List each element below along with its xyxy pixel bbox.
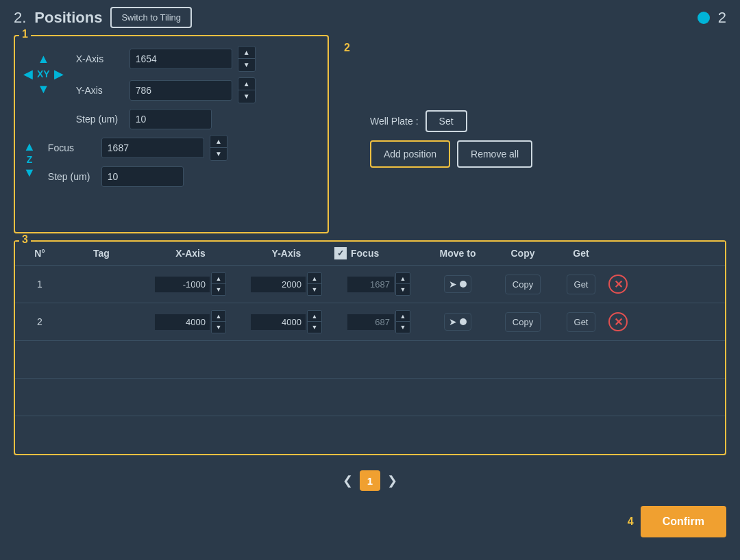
empty-row bbox=[15, 416, 725, 454]
row2-delete-button[interactable]: ✕ bbox=[608, 312, 628, 331]
indicator-count: 2 bbox=[718, 9, 726, 27]
row1-focus: ▲ ▼ bbox=[334, 272, 423, 296]
col-num: N° bbox=[19, 248, 60, 259]
move-arrow-icon: ➤ bbox=[449, 316, 457, 327]
col-copy: Copy bbox=[492, 248, 554, 259]
focus-up[interactable]: ▲ bbox=[210, 136, 227, 148]
prev-page-button[interactable]: ❮ bbox=[343, 473, 353, 488]
add-position-button[interactable]: Add position bbox=[370, 140, 450, 168]
x-axis-down[interactable]: ▼ bbox=[238, 59, 255, 71]
row2-x-spinner: ▲ ▼ bbox=[211, 310, 226, 333]
page-title: Positions bbox=[34, 9, 102, 27]
remove-all-button[interactable]: Remove all bbox=[457, 140, 532, 168]
row1-x-input[interactable] bbox=[155, 277, 210, 292]
row1-move-to: ➤ bbox=[423, 275, 492, 293]
focus-spinner: ▲ ▼ bbox=[210, 135, 227, 161]
move-arrow-icon: ➤ bbox=[449, 279, 457, 290]
header: 2. Positions Switch to Tiling 2 bbox=[0, 0, 740, 35]
row2-get: Get bbox=[554, 312, 608, 332]
row2-focus-up[interactable]: ▲ bbox=[396, 311, 410, 322]
row1-x-axis: ▲ ▼ bbox=[143, 272, 238, 296]
x-axis-label: X-Axis bbox=[76, 53, 124, 64]
section4-label: 4 bbox=[628, 516, 634, 528]
row2-delete: ✕ bbox=[608, 312, 643, 331]
col-get: Get bbox=[554, 248, 608, 259]
z-step-input[interactable] bbox=[101, 166, 184, 187]
row1-focus-spinner: ▲ ▼ bbox=[395, 272, 410, 296]
row2-x-input[interactable] bbox=[155, 314, 210, 330]
row2-copy-button[interactable]: Copy bbox=[505, 312, 541, 332]
status-dot bbox=[698, 12, 710, 24]
row1-copy: Copy bbox=[492, 275, 554, 294]
row1-y-down[interactable]: ▼ bbox=[308, 284, 321, 295]
confirm-button[interactable]: Confirm bbox=[641, 506, 726, 537]
row2-y-input[interactable] bbox=[251, 314, 306, 330]
table-row: 2 ▲ ▼ ▲ ▼ ▲ ▼ ➤ bbox=[15, 303, 725, 341]
table-header: N° Tag X-Axis Y-Axis ✓ Focus Move to Cop… bbox=[15, 242, 725, 266]
set-button[interactable]: Set bbox=[426, 110, 467, 132]
row1-get: Get bbox=[554, 275, 608, 294]
row1-get-button[interactable]: Get bbox=[567, 275, 596, 294]
focus-checkbox[interactable]: ✓ bbox=[334, 247, 347, 259]
row1-num: 1 bbox=[19, 279, 60, 290]
row1-x-down[interactable]: ▼ bbox=[212, 284, 225, 295]
row2-x-up[interactable]: ▲ bbox=[212, 311, 225, 322]
row1-focus-input[interactable] bbox=[347, 277, 394, 292]
y-axis-label: Y-Axis bbox=[76, 85, 124, 96]
row1-move-button[interactable]: ➤ bbox=[444, 275, 471, 293]
focus-down[interactable]: ▼ bbox=[210, 148, 227, 160]
switch-to-tiling-button[interactable]: Switch to Tiling bbox=[110, 7, 192, 28]
empty-row bbox=[15, 379, 725, 416]
row2-focus-spinner: ▲ ▼ bbox=[395, 310, 410, 333]
row2-y-down[interactable]: ▼ bbox=[308, 322, 321, 333]
row2-y-axis: ▲ ▼ bbox=[238, 310, 334, 333]
row2-x-down[interactable]: ▼ bbox=[212, 322, 225, 333]
row2-y-up[interactable]: ▲ bbox=[308, 311, 321, 322]
row2-num: 2 bbox=[19, 316, 60, 327]
x-axis-input[interactable] bbox=[130, 49, 232, 69]
z-step-label: Step (um) bbox=[48, 171, 96, 182]
row1-copy-button[interactable]: Copy bbox=[505, 275, 541, 294]
col-x-axis: X-Axis bbox=[143, 248, 238, 259]
x-axis-up[interactable]: ▲ bbox=[238, 47, 255, 59]
row1-y-up[interactable]: ▲ bbox=[308, 273, 321, 284]
focus-label: Focus bbox=[48, 142, 96, 153]
pagination: ❮ 1 ❯ bbox=[0, 462, 740, 499]
section-number: 2. bbox=[14, 9, 26, 27]
focus-input[interactable] bbox=[101, 138, 204, 158]
row1-focus-up[interactable]: ▲ bbox=[396, 273, 410, 284]
row2-move-button[interactable]: ➤ bbox=[444, 313, 471, 331]
wellplate-section: 2 Well Plate : Set Add position Remove a… bbox=[343, 35, 532, 233]
xy-step-input[interactable] bbox=[130, 109, 212, 129]
z-up-arrow[interactable]: ▲ bbox=[22, 139, 37, 154]
row2-x-axis: ▲ ▼ bbox=[143, 310, 238, 333]
x-right-arrow[interactable]: ▶ bbox=[53, 66, 65, 81]
section1-label: 1 bbox=[19, 28, 31, 40]
row1-x-up[interactable]: ▲ bbox=[212, 273, 225, 284]
col-move-to: Move to bbox=[423, 248, 492, 259]
y-down-arrow[interactable]: ▼ bbox=[36, 81, 51, 97]
row1-delete-button[interactable]: ✕ bbox=[608, 275, 628, 294]
xy-label: XY bbox=[37, 68, 50, 79]
row2-focus-input[interactable] bbox=[347, 314, 394, 330]
controls-section: 1 ▲ ◀ XY ▶ ▼ X-Axis ▲ ▼ bbox=[14, 35, 329, 233]
y-axis-spinner: ▲ ▼ bbox=[238, 77, 256, 103]
row2-y-spinner: ▲ ▼ bbox=[307, 310, 322, 333]
y-axis-up[interactable]: ▲ bbox=[238, 78, 255, 90]
action-buttons: Add position Remove all bbox=[370, 140, 532, 168]
current-page: 1 bbox=[360, 470, 380, 491]
z-down-arrow[interactable]: ▼ bbox=[22, 165, 37, 180]
y-axis-down[interactable]: ▼ bbox=[238, 90, 255, 103]
section2-label: 2 bbox=[344, 42, 350, 54]
row2-focus-down[interactable]: ▼ bbox=[396, 322, 410, 333]
row2-get-button[interactable]: Get bbox=[567, 312, 596, 332]
y-up-arrow[interactable]: ▲ bbox=[36, 51, 51, 66]
next-page-button[interactable]: ❯ bbox=[387, 473, 397, 488]
x-left-arrow[interactable]: ◀ bbox=[22, 66, 34, 81]
row1-focus-down[interactable]: ▼ bbox=[396, 284, 410, 295]
table-row: 1 ▲ ▼ ▲ ▼ ▲ ▼ ➤ bbox=[15, 266, 725, 303]
row1-y-spinner: ▲ ▼ bbox=[307, 272, 322, 296]
checkbox-check-icon: ✓ bbox=[337, 249, 344, 258]
y-axis-input[interactable] bbox=[130, 80, 232, 101]
row1-y-input[interactable] bbox=[251, 277, 306, 292]
